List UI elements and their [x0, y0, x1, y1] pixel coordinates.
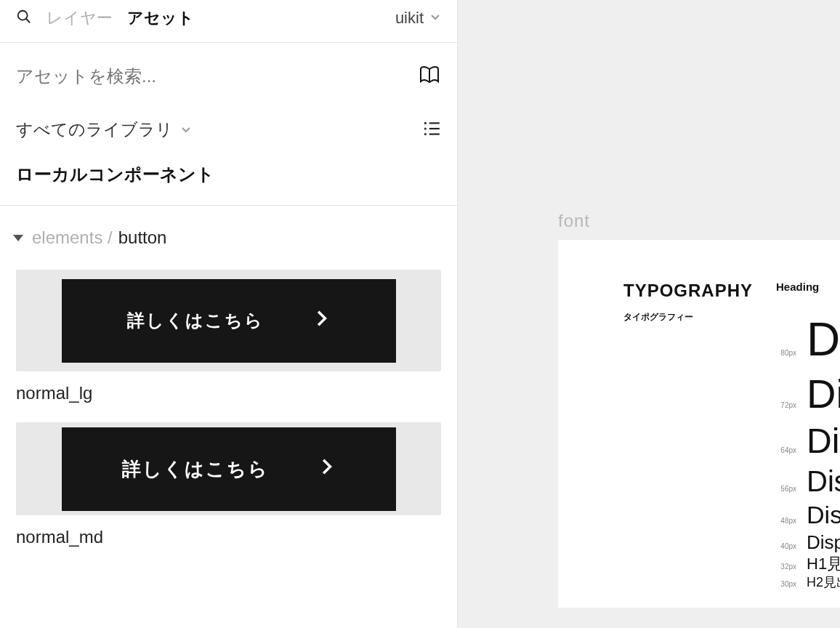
- assets-panel: レイヤー アセット uikit すべてのライブラリ: [0, 0, 458, 628]
- svg-point-5: [425, 128, 426, 129]
- svg-line-1: [26, 19, 31, 23]
- component-item[interactable]: 詳しくはこちら normal_md: [16, 422, 441, 547]
- asset-search-input[interactable]: [16, 66, 406, 86]
- component-list: 詳しくはこちら normal_lg 詳しくはこちら normal_md: [0, 262, 457, 547]
- size-label: 48px: [776, 517, 796, 525]
- display-sample: Display2: [807, 369, 840, 419]
- svg-point-0: [18, 11, 28, 20]
- tab-layers[interactable]: レイヤー: [47, 7, 113, 29]
- tab-assets[interactable]: アセット: [127, 7, 194, 29]
- component-name-label: normal_md: [16, 527, 441, 547]
- size-label: 80px: [776, 349, 796, 357]
- library-filter-row: すべてのライブラリ: [0, 110, 457, 163]
- chevron-down-icon: [429, 11, 441, 25]
- svg-point-3: [425, 122, 426, 123]
- display-sample: Display3: [807, 419, 840, 463]
- button-preview-label: 詳しくはこちら: [122, 456, 269, 482]
- typography-subtitle: タイポグラフィー: [623, 311, 753, 323]
- list-view-icon[interactable]: [422, 119, 441, 141]
- svg-point-7: [425, 134, 426, 134]
- canvas[interactable]: font TYPOGRAPHY タイポグラフィー Heading 80px Di…: [458, 0, 840, 628]
- type-size-row: 56px Display4: [776, 463, 840, 499]
- button-preview-md: 詳しくはこちら: [62, 427, 396, 511]
- size-label: 56px: [776, 485, 796, 493]
- display-sample: H2見出し: [807, 574, 840, 591]
- chevron-right-icon: [315, 308, 331, 333]
- size-label: 32px: [776, 563, 796, 571]
- page-selector[interactable]: uikit: [395, 9, 441, 28]
- type-size-row: 80px Display1: [776, 310, 840, 369]
- typography-title-block: TYPOGRAPHY タイポグラフィー: [623, 281, 753, 590]
- display-sample: Display1: [807, 310, 840, 369]
- library-dropdown[interactable]: すべてのライブラリ: [16, 118, 192, 141]
- display-sample: Display5: [807, 499, 840, 531]
- frame-label: font: [558, 211, 590, 231]
- display-sample: Display4: [807, 463, 840, 499]
- component-name-label: normal_lg: [16, 383, 441, 403]
- size-label: 72px: [776, 401, 796, 409]
- button-preview-label: 詳しくはこちら: [127, 309, 264, 332]
- type-size-row: 48px Display5: [776, 499, 840, 531]
- asset-search-row: [0, 43, 457, 110]
- heading-column: Heading 80px Display1 72px Display2 64px…: [776, 281, 840, 590]
- component-thumbnail: 詳しくはこちら: [16, 270, 441, 371]
- chevron-down-icon: [180, 120, 192, 140]
- search-icon[interactable]: [16, 9, 32, 28]
- button-preview-lg: 詳しくはこちら: [62, 279, 396, 363]
- tree-path-prefix: elements /: [32, 228, 113, 248]
- library-book-icon[interactable]: [418, 63, 441, 89]
- type-size-row: 30px H2見出し: [776, 574, 840, 591]
- size-label: 30px: [776, 580, 796, 588]
- typography-title: TYPOGRAPHY: [623, 281, 753, 301]
- type-size-row: 40px Display6: [776, 531, 840, 555]
- heading-column-label: Heading: [776, 281, 840, 293]
- component-thumbnail: 詳しくはこちら: [16, 422, 441, 515]
- typography-frame[interactable]: TYPOGRAPHY タイポグラフィー Heading 80px Display…: [558, 240, 840, 608]
- size-label: 40px: [776, 542, 796, 550]
- size-label: 64px: [776, 446, 796, 454]
- tree-path-name: button: [118, 228, 167, 248]
- display-sample: H1見出し: [807, 554, 840, 574]
- type-size-row: 32px H1見出し: [776, 554, 840, 574]
- section-header-local-components: ローカルコンポーネント: [0, 163, 457, 206]
- component-tree-row[interactable]: elements / button: [0, 206, 457, 262]
- triangle-down-icon: [13, 235, 23, 241]
- type-size-row: 64px Display3: [776, 419, 840, 463]
- library-dropdown-label: すべてのライブラリ: [16, 118, 173, 141]
- chevron-right-icon: [320, 456, 336, 482]
- display-sample: Display6: [807, 531, 840, 555]
- component-item[interactable]: 詳しくはこちら normal_lg: [16, 270, 441, 403]
- panel-tab-row: レイヤー アセット uikit: [0, 0, 457, 43]
- page-selector-label: uikit: [395, 9, 424, 28]
- type-size-row: 72px Display2: [776, 369, 840, 419]
